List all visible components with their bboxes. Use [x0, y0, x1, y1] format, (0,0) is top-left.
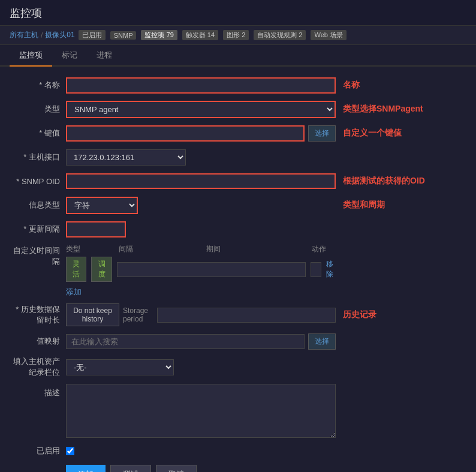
key-input[interactable]: cam.type	[66, 125, 305, 142]
value-mapping-control: 选择	[66, 333, 336, 350]
history-keep-row: * 历史数据保留时长 Do not keep history Storage p…	[12, 303, 464, 326]
update-interval-label: * 更新间隔	[12, 224, 66, 235]
custom-time-cols: 类型 间隔 期间 动作	[66, 244, 336, 254]
name-annotation: 名称	[343, 80, 360, 91]
enabled-checkbox[interactable]	[66, 447, 74, 455]
key-label: * 键值	[12, 128, 66, 139]
value-mapping-row: 值映射 选择	[12, 332, 464, 350]
enabled-row: 已启用	[12, 446, 464, 456]
remove-link[interactable]: 移除	[326, 259, 336, 279]
host-interface-control: 172.23.0.123:161	[66, 149, 336, 166]
col-type-header: 类型	[66, 244, 114, 254]
snmp-oid-input[interactable]: .1.3.6.1.4.1.39165.1.1.0	[66, 173, 336, 189]
breadcrumb-graph[interactable]: 图形 2	[223, 30, 249, 40]
custom-time-section: 自定义时间间隔 类型 间隔 期间 动作 灵活 调度 50s 1-7,00:00-…	[12, 244, 464, 297]
add-link-container: 添加	[66, 284, 336, 297]
breadcrumb-trigger[interactable]: 触发器 14	[182, 30, 218, 40]
update-interval-row: * 更新间隔 1d	[12, 220, 464, 238]
info-type-select[interactable]: 字符 数字(无符号) 数字(浮点) 日志 文本	[66, 197, 138, 214]
host-asset-select[interactable]: -无- 主机名称 系统信息 硬件	[66, 359, 174, 375]
title-bar: 监控项	[0, 0, 476, 26]
type-control: SNMP agent Zabbix agent IPMI agent Simpl…	[66, 101, 336, 118]
value-mapping-search-input[interactable]	[66, 334, 305, 349]
breadcrumb: 所有主机 / 摄像头01 已启用 SNMP 监控项 79 触发器 14 图形 2…	[0, 26, 476, 45]
description-textarea[interactable]	[66, 384, 336, 438]
history-value-input[interactable]: 1w	[157, 308, 336, 323]
key-select-button[interactable]: 选择	[308, 125, 336, 142]
host-interface-row: * 主机接口 172.23.0.123:161	[12, 148, 464, 166]
host-interface-select[interactable]: 172.23.0.123:161	[66, 149, 186, 166]
key-annotation: 自定义一个键值	[343, 128, 402, 139]
key-control: cam.type 选择	[66, 125, 336, 142]
page-title: 监控项	[10, 6, 466, 20]
key-row: * 键值 cam.type 选择 自定义一个键值	[12, 124, 464, 142]
custom-time-header: 自定义时间间隔 类型 间隔 期间 动作 灵活 调度 50s 1-7,00:00-…	[12, 244, 464, 297]
type-label: 类型	[12, 104, 66, 115]
info-type-row: 信息类型 字符 数字(无符号) 数字(浮点) 日志 文本 类型和周期	[12, 196, 464, 214]
description-row: 描述	[12, 384, 464, 440]
info-type-label: 信息类型	[12, 200, 66, 211]
enabled-label: 已启用	[12, 446, 66, 456]
description-label: 描述	[12, 384, 66, 398]
custom-time-row: 灵活 调度 50s 1-7,00:00-24:00 移除	[66, 257, 336, 282]
history-annotation: 历史记录	[343, 309, 376, 320]
flex-button[interactable]: 灵活	[66, 257, 86, 282]
info-type-annotation: 类型和周期	[343, 200, 385, 211]
col-action-header: 动作	[312, 244, 336, 254]
add-button[interactable]: 添加	[66, 465, 106, 472]
info-type-control: 字符 数字(无符号) 数字(浮点) 日志 文本	[66, 197, 336, 214]
col-period-header: 期间	[206, 244, 307, 254]
breadcrumb-sep1: /	[41, 31, 43, 40]
type-annotation: 类型选择SNMPagent	[343, 104, 423, 115]
description-control	[66, 384, 336, 440]
update-interval-control: 1d	[66, 221, 336, 237]
breadcrumb-enabled: 已启用	[79, 30, 106, 40]
footer-buttons: 添加 测试 取消	[12, 465, 464, 472]
value-mapping-label: 值映射	[12, 336, 66, 347]
name-control: 型号	[66, 77, 336, 94]
breadcrumb-snmp[interactable]: SNMP	[110, 31, 137, 40]
name-row: * 名称 型号 名称	[12, 76, 464, 94]
tab-tags[interactable]: 标记	[52, 45, 87, 67]
test-button[interactable]: 测试	[110, 465, 151, 472]
col-spacing-header	[171, 244, 201, 254]
snmp-oid-row: * SNMP OID .1.3.6.1.4.1.39165.1.1.0 根据测试…	[12, 172, 464, 190]
name-label: * 名称	[12, 80, 66, 91]
breadcrumb-host[interactable]: 摄像头01	[45, 30, 74, 40]
snmp-oid-control: .1.3.6.1.4.1.39165.1.1.0	[66, 173, 336, 189]
col-interval-header: 间隔	[119, 244, 167, 254]
host-asset-label: 填入主机资产纪录栏位	[12, 356, 66, 378]
breadcrumb-auto-discovery[interactable]: 自动发现规则 2	[254, 30, 306, 40]
breadcrumb-all-hosts[interactable]: 所有主机	[10, 30, 38, 40]
form-container: * 名称 型号 名称 类型 SNMP agent Zabbix agent IP…	[0, 67, 476, 472]
breadcrumb-monitor[interactable]: 监控项 79	[141, 30, 177, 40]
update-interval-input[interactable]: 1d	[66, 221, 126, 237]
snmp-oid-annotation: 根据测试的获得的OID	[343, 176, 425, 187]
do-not-keep-button[interactable]: Do not keep history	[66, 303, 119, 326]
breadcrumb-web[interactable]: Web 场景	[311, 30, 346, 40]
custom-time-table: 类型 间隔 期间 动作 灵活 调度 50s 1-7,00:00-24:00 移除…	[66, 244, 336, 297]
storage-period-label: Storage period	[123, 306, 153, 323]
type-row: 类型 SNMP agent Zabbix agent IPMI agent Si…	[12, 100, 464, 118]
snmp-oid-label: * SNMP OID	[12, 177, 66, 186]
custom-time-interval-input[interactable]: 50s	[117, 262, 306, 277]
host-interface-label: * 主机接口	[12, 152, 66, 163]
schedule-button[interactable]: 调度	[91, 257, 112, 282]
tab-monitor[interactable]: 监控项	[10, 45, 52, 67]
value-mapping-select-button[interactable]: 选择	[308, 333, 336, 350]
sub-tabs: 监控项 标记 进程	[0, 45, 476, 67]
type-select[interactable]: SNMP agent Zabbix agent IPMI agent Simpl…	[66, 101, 336, 118]
cancel-button[interactable]: 取消	[156, 465, 197, 472]
host-asset-row: 填入主机资产纪录栏位 -无- 主机名称 系统信息 硬件	[12, 356, 464, 378]
history-keep-label: * 历史数据保留时长	[12, 304, 66, 326]
custom-time-label: 自定义时间间隔	[12, 244, 66, 267]
enabled-control	[66, 447, 74, 455]
history-keep-control: Do not keep history Storage period 1w	[66, 303, 336, 326]
name-input[interactable]: 型号	[66, 77, 336, 94]
tab-progress[interactable]: 进程	[87, 45, 122, 67]
add-custom-time-link[interactable]: 添加	[66, 287, 82, 296]
custom-time-period-input[interactable]: 1-7,00:00-24:00	[311, 262, 321, 277]
host-asset-control: -无- 主机名称 系统信息 硬件	[66, 359, 336, 375]
